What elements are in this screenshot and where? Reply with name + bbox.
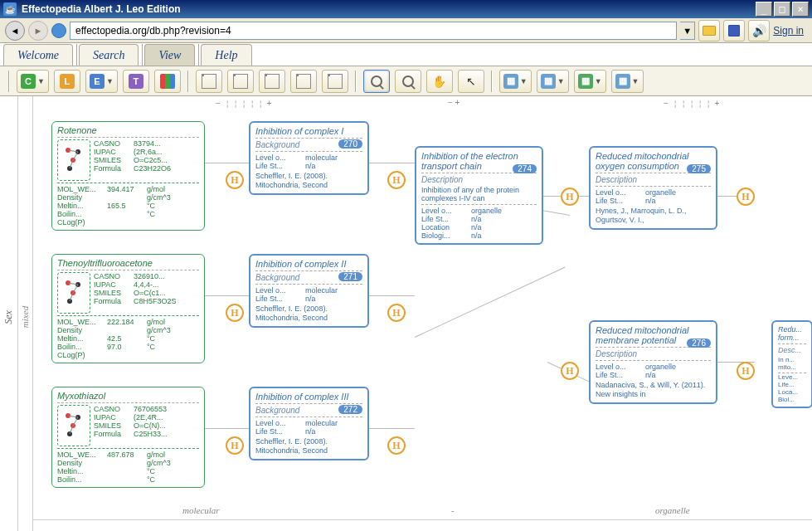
- tab-welcome[interactable]: Welcome: [3, 44, 73, 66]
- inhibition-node[interactable]: Inhibition of complex II271 Background L…: [249, 254, 369, 328]
- zoom-out-icon: [402, 76, 414, 87]
- h-linker[interactable]: H: [226, 304, 244, 322]
- app-icon: ☕: [3, 2, 17, 16]
- h-linker[interactable]: H: [737, 188, 755, 206]
- pointer-button[interactable]: ↖: [458, 70, 484, 93]
- zoom-in-button[interactable]: [363, 70, 390, 93]
- chem-node[interactable]: Thenoyltrifluoroacetone CASNO326910...IU…: [51, 254, 205, 363]
- minimize-button[interactable]: _: [756, 2, 772, 17]
- h-linker[interactable]: H: [737, 362, 755, 380]
- canvas-area: Sex mixed − ￤￤￤￤￤ + − + − ￤￤￤￤￤ + Roteno…: [0, 96, 812, 531]
- view1-button[interactable]: ▦▼: [499, 70, 532, 93]
- sound-button[interactable]: 🔊: [748, 20, 770, 41]
- view-toolbar: C▼ L E▼ T ✋ ↖ ▦▼ ▦▼ ▦▼ ▦▼: [0, 66, 812, 96]
- layout3-button[interactable]: [259, 70, 285, 93]
- effect-node[interactable]: Reduced mitochondrial oxygen consumption…: [589, 146, 717, 230]
- back-button[interactable]: ◄: [5, 21, 25, 41]
- title-bar: ☕ Effectopedia Albert J. Leo Edition _ □…: [0, 0, 812, 18]
- globe-icon: [51, 23, 66, 38]
- view4-button[interactable]: ▦▼: [611, 70, 644, 93]
- inhibition-node[interactable]: Inhibition of complex I270 Background Le…: [249, 121, 369, 195]
- layout5-button[interactable]: [322, 70, 348, 93]
- layout-icon: [202, 74, 216, 89]
- layout-icon: [233, 74, 248, 89]
- x-label-divider: -: [451, 505, 455, 515]
- h-linker[interactable]: H: [387, 436, 406, 455]
- layout2-button[interactable]: [227, 70, 254, 93]
- t-button[interactable]: T: [123, 70, 149, 93]
- url-dropdown[interactable]: ▼: [680, 22, 695, 40]
- window-title: Effectopedia Albert J. Leo Edition: [22, 3, 756, 15]
- layout-icon: [328, 74, 343, 89]
- l-button[interactable]: L: [54, 70, 80, 93]
- grid-icon: [160, 74, 175, 89]
- save-icon: [728, 25, 740, 37]
- url-input[interactable]: [70, 22, 677, 40]
- svg-line-5: [73, 152, 78, 160]
- zoom-out-button[interactable]: [395, 70, 421, 93]
- tab-search[interactable]: Search: [79, 44, 139, 66]
- pointer-icon: ↖: [466, 75, 476, 88]
- maximize-button[interactable]: □: [774, 2, 790, 17]
- layout1-button[interactable]: [196, 70, 222, 93]
- ruler: − ￤￤￤￤￤ + − + − ￤￤￤￤￤ +: [33, 98, 812, 111]
- h-linker[interactable]: H: [387, 171, 406, 189]
- molecule-icon: [61, 409, 86, 442]
- h-linker[interactable]: H: [387, 304, 406, 322]
- chem-node[interactable]: Myxothiazol CASNO76706553IUPAC(2E,4R...S…: [51, 387, 205, 488]
- x-label-organelle: organelle: [655, 505, 690, 515]
- close-button[interactable]: ×: [792, 2, 809, 17]
- view3-button[interactable]: ▦▼: [574, 70, 606, 93]
- node-electron-transport[interactable]: Inhibition of the electron transport cha…: [415, 146, 543, 245]
- grid-button[interactable]: [154, 70, 181, 93]
- molecule-icon: [61, 144, 86, 177]
- sound-icon: 🔊: [752, 24, 766, 37]
- open-folder-button[interactable]: [698, 20, 720, 41]
- folder-icon: [703, 26, 716, 36]
- pan-button[interactable]: ✋: [426, 70, 453, 93]
- main-tabs: Welcome Search View Help: [0, 43, 812, 66]
- h-linker[interactable]: H: [561, 188, 579, 206]
- svg-line-19: [73, 417, 78, 426]
- h-linker[interactable]: H: [561, 362, 579, 380]
- svg-line-12: [73, 285, 78, 293]
- chem-node[interactable]: Rotenone CASNO83794...IUPAC(2R,6a...SMIL…: [51, 121, 205, 231]
- save-button[interactable]: [723, 20, 745, 41]
- view2-button[interactable]: ▦▼: [537, 70, 569, 93]
- h-linker[interactable]: H: [226, 436, 244, 455]
- x-label-molecular: molecular: [182, 505, 220, 515]
- c-button[interactable]: C▼: [17, 70, 49, 93]
- y-axis: Sex: [0, 96, 18, 531]
- inhibition-node[interactable]: Inhibition of complex III272 Background …: [249, 387, 369, 460]
- layout4-button[interactable]: [290, 70, 317, 93]
- layout-icon: [296, 74, 311, 89]
- forward-button[interactable]: ►: [28, 21, 48, 41]
- tab-help[interactable]: Help: [201, 44, 251, 66]
- y-axis-2: mixed: [18, 96, 33, 531]
- sign-in-link[interactable]: Sign in: [773, 25, 804, 37]
- node-partial[interactable]: Redu... form... Desc... In n... mito... …: [771, 320, 812, 408]
- address-bar: ◄ ► ▼ 🔊 Sign in: [0, 18, 812, 43]
- layout-icon: [265, 74, 280, 89]
- h-linker[interactable]: H: [226, 171, 244, 189]
- tab-view[interactable]: View: [144, 44, 195, 66]
- e-button[interactable]: E▼: [85, 70, 118, 93]
- molecule-icon: [61, 276, 86, 309]
- hand-icon: ✋: [432, 75, 446, 88]
- effect-node[interactable]: Reduced mitochondrial membrane potential…: [589, 320, 717, 404]
- zoom-in-icon: [371, 76, 382, 87]
